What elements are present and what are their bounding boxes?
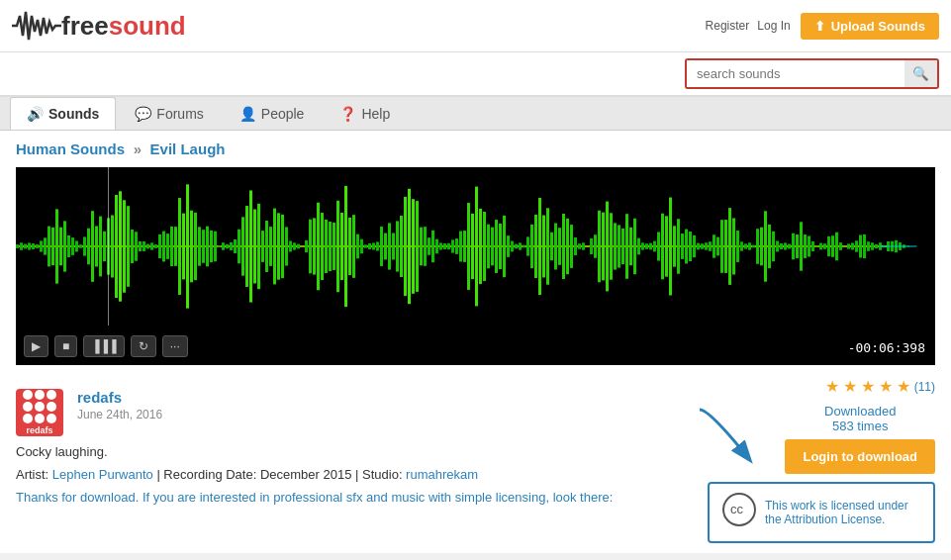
arrow-wrapper — [690, 410, 769, 469]
download-count: Downloaded 583 times — [824, 404, 896, 433]
username[interactable]: redafs — [77, 389, 670, 406]
tab-people[interactable]: 👤 People — [223, 97, 322, 130]
svg-text:cc: cc — [730, 502, 744, 516]
nav: 🔊 Sounds 💬 Forums 👤 People ❓ Help — [0, 97, 951, 131]
content: Human Sounds » Evil Laugh ▶ ■ ▐▐▐ ↻ ··· … — [0, 131, 951, 553]
help-icon: ❓ — [339, 106, 356, 122]
sound-info: redafs redafs June 24th, 2016 — [16, 389, 670, 436]
search-input[interactable] — [687, 60, 904, 87]
bottom-right: ★ ★ ★ ★ ★ (11) — [690, 377, 935, 543]
arrow-icon — [690, 405, 769, 474]
breadcrumb-separator: » — [134, 140, 142, 157]
progress-indicator — [108, 167, 109, 326]
logo-wave-icon — [12, 8, 61, 44]
logo-text: freesound — [61, 13, 186, 39]
search-row: 🔍 — [0, 52, 951, 97]
header-right: Register Log In ⬆ Upload Sounds — [706, 13, 939, 40]
star-1: ★ — [825, 377, 839, 396]
header: freesound Register Log In ⬆ Upload Sound… — [0, 0, 951, 52]
stop-button[interactable]: ■ — [54, 335, 77, 357]
breadcrumb-current: Evil Laugh — [150, 140, 226, 157]
forums-icon: 💬 — [135, 106, 151, 122]
thanks-text: Thanks for download. If you are interest… — [16, 490, 670, 505]
waveform-canvas — [16, 167, 935, 326]
search-container: 🔍 — [685, 58, 939, 89]
header-links: Register Log In — [706, 19, 791, 33]
bars-button[interactable]: ▐▐▐ — [83, 335, 125, 357]
star-2: ★ — [843, 377, 857, 396]
left-content: redafs redafs June 24th, 2016 Cocky laug… — [16, 377, 670, 543]
tab-forums[interactable]: 💬 Forums — [118, 97, 220, 130]
avatar-label: redafs — [23, 425, 56, 435]
download-row: Downloaded 583 times Login to download — [690, 404, 935, 474]
search-button[interactable]: 🔍 — [904, 60, 937, 87]
avatar[interactable]: redafs — [16, 389, 63, 436]
waveform-player[interactable]: ▶ ■ ▐▐▐ ↻ ··· -00:06:398 — [16, 167, 935, 365]
metadata: Artist: Lephen Purwanto | Recording Date… — [16, 467, 670, 482]
license-text[interactable]: This work is licensed under the Attribut… — [765, 499, 921, 526]
cc-logo-icon: cc — [721, 492, 757, 533]
more-button[interactable]: ··· — [162, 335, 188, 357]
recording-date: December 2015 — [260, 467, 352, 482]
play-button[interactable]: ▶ — [24, 335, 48, 357]
player-controls: ▶ ■ ▐▐▐ ↻ ··· — [24, 335, 188, 357]
star-4: ★ — [879, 377, 893, 396]
register-link[interactable]: Register — [706, 19, 750, 33]
logo[interactable]: freesound — [12, 8, 186, 44]
upload-button[interactable]: ⬆ Upload Sounds — [801, 13, 939, 40]
search-icon: 🔍 — [912, 66, 929, 81]
cc-svg-icon: cc — [721, 492, 757, 527]
upload-icon: ⬆ — [814, 19, 825, 34]
sound-details: redafs redafs June 24th, 2016 Cocky laug… — [16, 377, 935, 543]
breadcrumb-parent[interactable]: Human Sounds — [16, 140, 125, 157]
sounds-icon: 🔊 — [27, 106, 44, 122]
upload-date: June 24th, 2016 — [77, 408, 670, 421]
stars-row: ★ ★ ★ ★ ★ (11) — [825, 377, 935, 396]
tab-help[interactable]: ❓ Help — [323, 97, 407, 130]
artist-link[interactable]: Lephen Purwanto — [52, 467, 153, 482]
timer: -00:06:398 — [848, 340, 925, 355]
download-button[interactable]: Login to download — [785, 439, 935, 474]
breadcrumb: Human Sounds » Evil Laugh — [16, 140, 935, 157]
user-info: redafs June 24th, 2016 — [77, 389, 670, 436]
description: Cocky laughing. — [16, 444, 670, 459]
star-3: ★ — [861, 377, 875, 396]
login-link[interactable]: Log In — [757, 19, 790, 33]
star-half: ★ — [897, 377, 910, 396]
studio-link[interactable]: rumahrekam — [406, 467, 478, 482]
creative-commons-box: cc This work is licensed under the Attri… — [708, 482, 935, 543]
rating-count: (11) — [914, 380, 935, 394]
loop-button[interactable]: ↻ — [131, 335, 156, 357]
people-icon: 👤 — [239, 106, 256, 122]
tab-sounds[interactable]: 🔊 Sounds — [10, 97, 116, 130]
